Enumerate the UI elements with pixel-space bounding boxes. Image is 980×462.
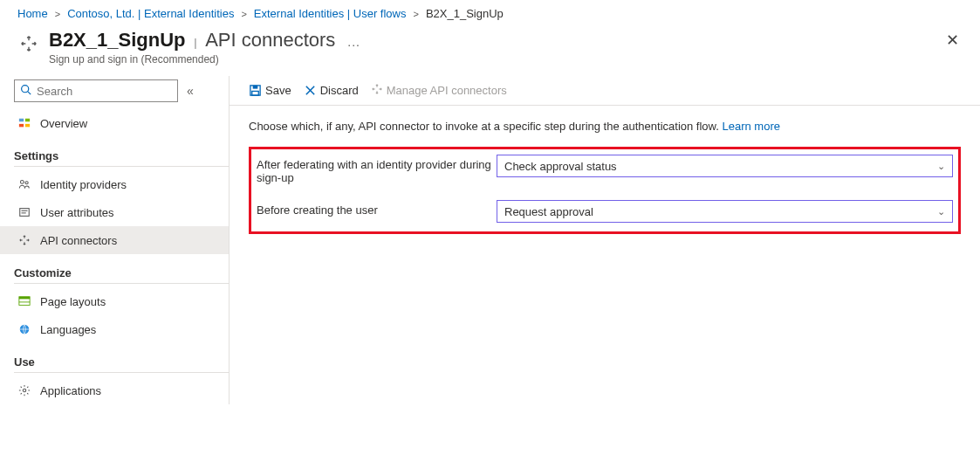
chevron-right-icon: > [241,9,246,19]
chevron-down-icon: ⌄ [937,161,945,172]
toolbar: Save Discard Manage API connectors [230,76,980,106]
move-icon [371,83,383,98]
gear-icon [17,383,31,397]
page-subtitle: API connectors [205,29,335,51]
chevron-right-icon: > [55,9,60,19]
svg-rect-3 [25,119,30,122]
layout-icon [17,294,31,308]
sidebar-item-label: Overview [40,117,87,130]
sidebar-section-settings: Settings [14,149,229,167]
sidebar-item-api-connectors[interactable]: API connectors [0,226,229,254]
learn-more-link[interactable]: Learn more [722,120,779,133]
manage-connectors-button: Manage API connectors [371,83,507,98]
svg-rect-18 [252,91,259,95]
sidebar-item-applications[interactable]: Applications [0,376,229,404]
svg-rect-2 [19,119,24,122]
page-subline: Sign up and sign in (Recommended) [49,53,335,66]
sidebar-item-label: Languages [40,323,96,336]
main-content: Save Discard Manage API connectors Choos… [229,76,980,404]
svg-point-7 [25,182,28,184]
breadcrumb-userflows[interactable]: External Identities | User flows [254,7,407,20]
search-input[interactable] [14,79,178,102]
breadcrumb-current: B2X_1_SignUp [426,7,504,20]
svg-rect-8 [20,209,30,217]
chevron-right-icon: > [413,9,418,19]
sidebar-item-label: Identity providers [40,178,127,191]
sidebar-item-overview[interactable]: Overview [0,109,229,137]
search-icon [20,84,31,98]
sidebar-item-user-attributes[interactable]: User attributes [0,198,229,226]
svg-point-15 [23,389,26,392]
overview-icon [17,116,31,130]
form-label-before-creating: Before creating the user [257,200,497,217]
close-icon [304,84,317,97]
select-after-federating[interactable]: Check approval status ⌄ [497,155,953,177]
breadcrumb-home[interactable]: Home [17,7,48,20]
svg-rect-12 [19,297,30,300]
sidebar-section-use: Use [14,355,229,373]
close-icon[interactable]: ✕ [946,31,959,50]
page-header: B2X_1_SignUp | API connectors Sign up an… [0,24,980,76]
globe-icon [17,322,31,336]
sidebar: « Overview Settings Identity providers U… [0,76,229,404]
svg-rect-4 [19,124,24,128]
svg-rect-5 [25,124,30,128]
collapse-sidebar[interactable]: « [187,84,194,98]
breadcrumb-org[interactable]: Contoso, Ltd. | External Identities [67,7,234,20]
sidebar-item-label: API connectors [40,234,117,247]
people-icon [17,177,31,191]
save-icon [249,84,262,97]
chevron-down-icon: ⌄ [937,206,945,217]
breadcrumb: Home > Contoso, Ltd. | External Identiti… [0,0,980,24]
description: Choose which, if any, API connector to i… [249,120,961,133]
svg-point-6 [20,180,24,183]
select-before-creating[interactable]: Request approval ⌄ [497,200,953,223]
sidebar-item-label: User attributes [40,206,114,219]
form-label-federating: After federating with an identity provid… [257,155,497,184]
svg-rect-17 [253,86,258,89]
svg-line-1 [28,92,31,94]
attributes-icon [17,205,31,219]
svg-point-0 [22,86,29,93]
discard-button[interactable]: Discard [304,84,359,97]
highlighted-form: After federating with an identity provid… [249,147,961,234]
save-button[interactable]: Save [249,84,291,97]
sidebar-item-page-layouts[interactable]: Page layouts [0,287,229,315]
sidebar-item-label: Page layouts [40,295,106,308]
sidebar-item-label: Applications [40,384,101,397]
more-menu[interactable]: ··· [347,38,360,52]
sidebar-item-languages[interactable]: Languages [0,315,229,343]
sidebar-item-identity-providers[interactable]: Identity providers [0,170,229,198]
move-icon [17,233,31,247]
page-title: B2X_1_SignUp [49,29,186,51]
sidebar-section-customize: Customize [14,266,229,284]
move-icon [17,32,40,55]
